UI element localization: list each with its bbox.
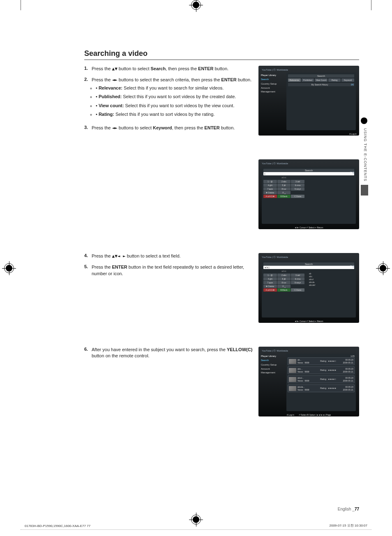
tab-viewcount[interactable]: View Count xyxy=(315,78,327,82)
step-text: Press the ▲▼◄ ► button to select a text … xyxy=(92,253,254,259)
section-heading: Searching a video xyxy=(84,49,359,60)
footer-hint: ◄/► Cursor ⏎ Select ↩ Return xyxy=(294,226,323,229)
footer-hint: ◄/► Cursor ⏎ Select ↩ Return xyxy=(294,320,323,322)
panel-title: Search xyxy=(263,169,354,172)
sidebar-item[interactable]: Country Setup xyxy=(261,82,284,85)
step-number: 1. xyxy=(84,66,92,72)
sidebar-item[interactable]: Account Management xyxy=(261,86,284,93)
btn-blank[interactable]: B Blank xyxy=(277,195,291,198)
key-6[interactable]: 6 mno xyxy=(291,184,304,187)
result-row[interactable]: abc...Views : 9999 Rating : ★★★★★ 00:05:… xyxy=(288,366,355,374)
step-text: Press the ▲▼ button to select Search, th… xyxy=(92,66,254,72)
keypad-display[interactable]: a b | xyxy=(263,266,354,269)
print-footer-left: 01783H-BD-P1590,1590C,1600-XAA-E77 77 xyxy=(25,524,90,528)
chapter-tab: USING THE E-CONTENTS xyxy=(361,117,368,277)
result-row[interactable]: ab...Views : 9999 Rating : ★★★★☆ 00:05:2… xyxy=(288,357,355,365)
key-4[interactable]: 4 ghi xyxy=(263,184,277,187)
btn-done[interactable]: C Done xyxy=(291,195,304,198)
key-8[interactable]: 8 tuv xyxy=(277,187,291,191)
key-1[interactable]: 1 - @ xyxy=(263,180,277,183)
thumbnail-icon xyxy=(289,377,296,382)
result-row[interactable]: abcde...Views : 9999 Rating : ★★★★★ 00:0… xyxy=(288,384,355,392)
registration-mark-left xyxy=(4,263,14,273)
screenshot-results: YouTube | ⓒ Worldwide Player Library Sea… xyxy=(258,347,359,416)
screenshot-search-tabs: YouTube | ⓒ Worldwide Player Library Sea… xyxy=(258,66,359,136)
sidebar-item[interactable]: Player Library xyxy=(261,74,284,77)
step-text: Press the ENTER button in the text field… xyxy=(92,264,254,277)
btn-mode[interactable]: A a/A/1/✱ xyxy=(263,195,277,198)
step-text: After you have entered in the subject yo… xyxy=(92,347,254,359)
step-number: 4. xyxy=(84,253,92,259)
tab-rating[interactable]: Rating xyxy=(328,78,341,82)
thumbnail-icon xyxy=(289,368,296,373)
registration-mark-right xyxy=(378,263,388,273)
step-text: Press the ◄► buttons to select the searc… xyxy=(92,77,254,120)
screenshot-keypad: YouTube | ⓒ Worldwide Search | a b c 1 -… xyxy=(258,159,359,229)
panel-title: Search xyxy=(263,262,354,266)
step-number: 6. xyxy=(84,347,92,359)
step-text: Press the ◄► buttons to select Keyword, … xyxy=(92,125,254,131)
registration-mark-top xyxy=(191,0,201,10)
thumbnail-icon xyxy=(289,359,296,364)
key-delete[interactable]: ✱ Delete xyxy=(263,191,277,194)
keypad-display[interactable]: | xyxy=(263,172,354,175)
tab-keyword[interactable]: Keyword xyxy=(341,78,354,82)
search-history-bar[interactable]: My Search History0/0 xyxy=(288,83,354,86)
key-2[interactable]: 2 abc xyxy=(277,180,291,183)
print-footer-right: 2009-07-15 오전 10:30:07 xyxy=(329,523,367,528)
page-footer: English _77 xyxy=(338,507,359,511)
key-7[interactable]: 7 pqrs xyxy=(263,187,277,191)
thumbnail-icon xyxy=(289,386,296,391)
autocomplete-list[interactable]: ab abc abcd abcde abcdef xyxy=(309,272,315,287)
footer-hint: A Log in ⏎ Select B Option |◄◄/►►| Page xyxy=(287,414,331,416)
key-9[interactable]: 9 wxyz xyxy=(291,187,304,191)
step-number: 5. xyxy=(84,264,92,277)
footer-hint: A Log in xyxy=(349,133,357,135)
key-0[interactable]: 0 ␣ xyxy=(277,191,291,194)
step-number: 3. xyxy=(84,125,92,131)
panel-title: Search xyxy=(288,74,354,78)
result-row[interactable]: abcd...Views : 9999 Rating : ★★★★☆ 00:05… xyxy=(288,375,355,383)
key-5[interactable]: 5 jkl xyxy=(277,184,291,187)
tab-relevance[interactable]: Relevance xyxy=(288,78,301,82)
screenshot-keypad-suggest: YouTube | ⓒ Worldwide Search a b | a b c… xyxy=(258,253,359,323)
tab-published[interactable]: Published xyxy=(302,78,314,82)
sidebar-item[interactable]: Search xyxy=(261,78,284,81)
bullet-icon xyxy=(361,117,367,124)
key-3[interactable]: 3 def xyxy=(291,180,304,183)
